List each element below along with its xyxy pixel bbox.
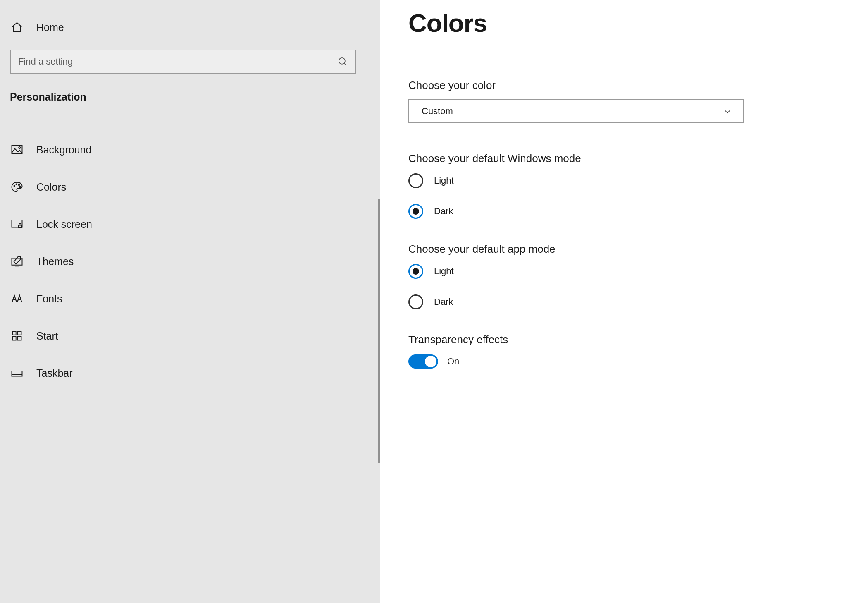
main-content: Colors Choose your color Custom Choose y… <box>380 0 868 603</box>
app-mode-group: Light Dark <box>408 264 868 309</box>
sidebar-item-start[interactable]: Start <box>0 317 380 354</box>
svg-point-5 <box>16 184 17 185</box>
toggle-knob <box>425 356 436 367</box>
sidebar-item-background[interactable]: Background <box>0 131 380 168</box>
image-icon <box>10 143 24 157</box>
color-dropdown-value: Custom <box>422 106 453 117</box>
svg-line-1 <box>344 63 346 65</box>
sidebar-item-lock-screen[interactable]: Lock screen <box>0 206 380 243</box>
lock-screen-icon <box>10 217 24 231</box>
radio-selected-icon <box>408 204 423 219</box>
radio-unselected-icon <box>408 173 423 188</box>
svg-point-3 <box>19 147 20 148</box>
palette-icon <box>10 180 24 194</box>
search-input[interactable] <box>18 56 337 67</box>
fonts-icon <box>10 292 24 306</box>
windows-mode-light[interactable]: Light <box>408 173 868 188</box>
themes-icon <box>10 254 24 268</box>
search-icon <box>337 56 348 67</box>
sidebar-nav-group: Background Colors <box>0 131 380 392</box>
svg-point-0 <box>339 58 345 64</box>
windows-mode-label: Choose your default Windows mode <box>408 152 868 165</box>
app-mode-dark[interactable]: Dark <box>408 294 868 309</box>
windows-mode-group: Light Dark <box>408 173 868 219</box>
search-box[interactable] <box>10 50 356 74</box>
sidebar-item-label: Taskbar <box>36 367 73 379</box>
app-mode-label: Choose your default app mode <box>408 243 868 256</box>
svg-rect-2 <box>12 146 22 154</box>
app-mode-light[interactable]: Light <box>408 264 868 279</box>
radio-selected-icon <box>408 264 423 279</box>
transparency-label: Transparency effects <box>408 333 868 346</box>
color-dropdown[interactable]: Custom <box>408 99 744 123</box>
sidebar-item-label: Themes <box>36 256 74 268</box>
chevron-down-icon <box>723 106 732 116</box>
sidebar-item-label: Lock screen <box>36 218 92 230</box>
sidebar-item-taskbar[interactable]: Taskbar <box>0 354 380 392</box>
settings-sidebar: Home Personalization Background <box>0 0 380 603</box>
sidebar-home[interactable]: Home <box>0 13 380 41</box>
svg-rect-9 <box>19 225 22 228</box>
page-title: Colors <box>408 8 868 38</box>
svg-rect-16 <box>12 371 22 376</box>
sidebar-item-label: Background <box>36 144 91 156</box>
radio-label: Light <box>434 175 454 186</box>
svg-point-6 <box>19 184 20 186</box>
taskbar-icon <box>10 366 24 380</box>
sidebar-item-colors[interactable]: Colors <box>0 168 380 206</box>
start-icon <box>10 329 24 343</box>
search-container <box>0 50 380 81</box>
windows-mode-dark[interactable]: Dark <box>408 204 868 219</box>
sidebar-item-label: Colors <box>36 181 66 193</box>
sidebar-group-label: Personalization <box>0 81 380 110</box>
transparency-state: On <box>447 356 459 367</box>
radio-unselected-icon <box>408 294 423 309</box>
radio-label: Dark <box>434 297 453 307</box>
home-icon <box>10 20 24 34</box>
sidebar-item-label: Fonts <box>36 293 62 305</box>
sidebar-item-fonts[interactable]: Fonts <box>0 280 380 317</box>
transparency-toggle[interactable] <box>408 354 438 368</box>
transparency-row: On <box>408 354 868 368</box>
svg-point-7 <box>19 187 21 188</box>
svg-rect-15 <box>17 336 21 340</box>
svg-rect-14 <box>13 336 16 340</box>
svg-rect-13 <box>17 332 21 335</box>
choose-color-label: Choose your color <box>408 79 868 92</box>
sidebar-scrollbar[interactable] <box>378 199 380 463</box>
sidebar-item-themes[interactable]: Themes <box>0 243 380 280</box>
radio-label: Light <box>434 266 454 277</box>
svg-rect-12 <box>13 332 16 335</box>
sidebar-item-label: Start <box>36 330 58 342</box>
radio-label: Dark <box>434 206 453 217</box>
svg-point-4 <box>14 185 15 187</box>
sidebar-home-label: Home <box>36 22 64 34</box>
